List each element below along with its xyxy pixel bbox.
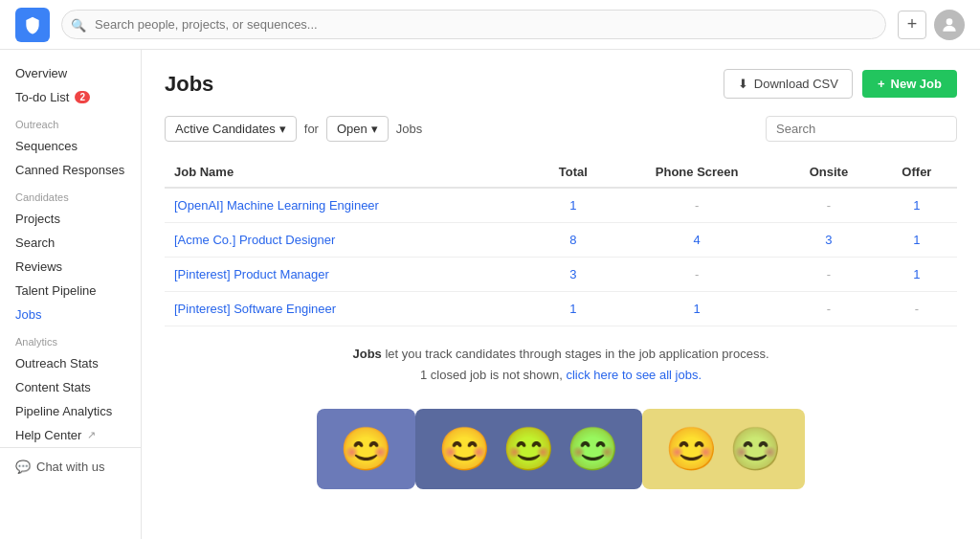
total-cell: 1 (534, 188, 613, 223)
sidebar-label-talent: Talent Pipeline (15, 283, 97, 298)
topbar-actions: + (898, 10, 965, 40)
sidebar-label-projects: Projects (15, 212, 60, 226)
table-row: [OpenAI] Machine Learning Engineer1--1 (165, 188, 957, 223)
svg-point-0 (947, 18, 953, 25)
table-search (766, 116, 957, 142)
sidebar-item-canned[interactable]: Canned Responses (0, 158, 141, 182)
sidebar-item-projects[interactable]: Projects (0, 207, 141, 231)
table-row: [Acme Co.] Product Designer8431 (165, 223, 957, 258)
emoji-card-single: 😊 (317, 409, 415, 489)
new-job-label: New Job (891, 77, 942, 91)
new-job-button[interactable]: + New Job (862, 70, 957, 98)
for-label: for (304, 122, 319, 136)
sidebar-item-reviews[interactable]: Reviews (0, 255, 141, 279)
col-header-onsite: Onsite (781, 157, 877, 188)
sidebar-item-help[interactable]: Help Center ↗ (0, 423, 141, 447)
col-header-job-name: Job Name (165, 157, 534, 188)
table-header-row: Job Name Total Phone Screen Onsite Offer (165, 157, 957, 188)
main-content: Jobs ⬇ Download CSV + New Job Active Can… (142, 50, 980, 539)
download-csv-button[interactable]: ⬇ Download CSV (724, 69, 853, 99)
job-name-cell: [Pinterest] Product Manager (165, 258, 534, 292)
sidebar-item-talent[interactable]: Talent Pipeline (0, 279, 141, 303)
emoji-cards: 😊 😊 😊 😊 😊 😊 (165, 409, 957, 489)
chat-icon: 💬 (15, 460, 31, 474)
sidebar-label-jobs: Jobs (15, 307, 41, 322)
info-jobs-bold: Jobs (352, 347, 381, 361)
job-name-link[interactable]: [OpenAI] Machine Learning Engineer (174, 198, 379, 213)
logo-icon (23, 15, 42, 34)
emoji-card-double: 😊 😊 (642, 409, 805, 489)
header-actions: ⬇ Download CSV + New Job (724, 69, 957, 99)
chevron-down-icon2: ▾ (371, 122, 378, 136)
onsite-cell: - (781, 258, 877, 292)
page-title: Jobs (165, 72, 213, 97)
external-link-icon: ↗ (87, 429, 96, 441)
jobs-filter-label: Jobs (396, 122, 422, 136)
logo (15, 8, 50, 42)
sidebar-item-pipeline[interactable]: Pipeline Analytics (0, 399, 141, 423)
sidebar-item-content-stats[interactable]: Content Stats (0, 375, 141, 399)
sidebar-item-jobs[interactable]: Jobs (0, 303, 141, 326)
phone-screen-cell: - (612, 258, 781, 292)
emoji-face-2: 😊 (438, 424, 491, 474)
sidebar-label-overview: Overview (15, 66, 67, 80)
offer-cell: 1 (877, 223, 957, 258)
sidebar-section-analytics: Analytics (0, 326, 141, 351)
chat-bar[interactable]: 💬 Chat with us (0, 447, 141, 485)
emoji-face-4: 😊 (567, 424, 619, 474)
sidebar-item-outreach-stats[interactable]: Outreach Stats (0, 351, 141, 375)
col-header-phone-screen: Phone Screen (612, 157, 781, 188)
sidebar-section-candidates: Candidates (0, 182, 141, 207)
phone-screen-cell: 1 (612, 292, 781, 326)
plus-icon: + (878, 77, 885, 91)
sidebar-label-canned: Canned Responses (15, 163, 124, 177)
table-row: [Pinterest] Software Engineer11-- (165, 292, 957, 326)
sidebar-label-pipeline: Pipeline Analytics (15, 404, 112, 418)
col-header-total: Total (534, 157, 613, 188)
filter-row: Active Candidates ▾ for Open ▾ Jobs (165, 116, 957, 142)
avatar[interactable] (934, 10, 965, 40)
add-button[interactable]: + (898, 11, 926, 39)
onsite-cell: - (781, 188, 877, 223)
see-all-jobs-link[interactable]: click here to see all jobs. (566, 368, 702, 382)
emoji-face-3: 😊 (502, 424, 555, 474)
total-cell: 3 (534, 258, 613, 292)
sidebar-label-todo: To-do List (15, 90, 69, 104)
table-row: [Pinterest] Product Manager3--1 (165, 258, 957, 292)
open-filter-button[interactable]: Open ▾ (326, 116, 389, 142)
info-box: Jobs let you track candidates through st… (165, 326, 957, 397)
topbar: 🔍 + (0, 0, 980, 50)
job-name-link[interactable]: [Pinterest] Software Engineer (174, 302, 336, 316)
emoji-face-6: 😊 (729, 424, 782, 474)
sidebar-item-overview[interactable]: Overview (0, 61, 141, 85)
job-name-link[interactable]: [Acme Co.] Product Designer (174, 233, 335, 247)
sidebar-label-sequences: Sequences (15, 139, 78, 153)
col-header-offer: Offer (877, 157, 957, 188)
sidebar-label-content-stats: Content Stats (15, 380, 91, 394)
table-search-input[interactable] (766, 116, 957, 142)
sidebar-item-sequences[interactable]: Sequences (0, 134, 141, 158)
offer-cell: 1 (877, 258, 957, 292)
sidebar-section-outreach: Outreach (0, 109, 141, 134)
global-search-input[interactable] (61, 10, 886, 39)
onsite-cell: - (781, 292, 877, 326)
sidebar-label-search: Search (15, 236, 55, 250)
emoji-face-1: 😊 (340, 424, 392, 474)
info-mid-text: let you track candidates through stages … (382, 347, 769, 361)
search-icon: 🔍 (71, 17, 86, 32)
page-header: Jobs ⬇ Download CSV + New Job (165, 69, 957, 99)
candidates-filter-label: Active Candidates (175, 122, 276, 136)
job-name-cell: [Acme Co.] Product Designer (165, 223, 534, 258)
total-cell: 8 (534, 223, 613, 258)
phone-screen-cell: 4 (612, 223, 781, 258)
candidates-filter-button[interactable]: Active Candidates ▾ (165, 116, 297, 142)
sidebar-item-todo[interactable]: To-do List 2 (0, 85, 141, 109)
app-body: Overview To-do List 2 Outreach Sequences… (0, 50, 980, 539)
global-search: 🔍 (61, 10, 886, 39)
emoji-card-triple: 😊 😊 😊 (415, 409, 642, 489)
download-icon: ⬇ (738, 77, 748, 91)
sidebar-item-search[interactable]: Search (0, 231, 141, 255)
job-name-link[interactable]: [Pinterest] Product Manager (174, 267, 329, 281)
chat-label: Chat with us (36, 460, 105, 474)
offer-cell: 1 (877, 188, 957, 223)
